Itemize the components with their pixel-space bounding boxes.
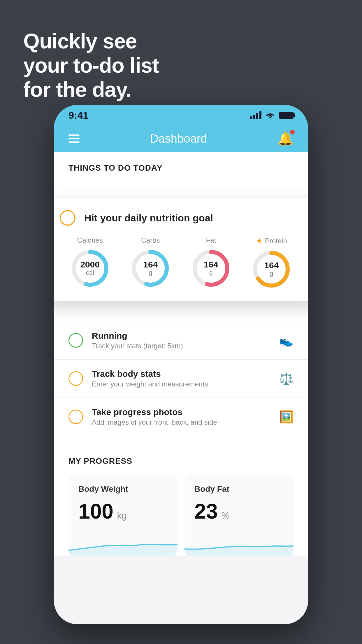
fat-label: Fat	[206, 236, 216, 244]
nutrition-stats: Calories 2000 cal Carbs	[60, 236, 302, 290]
fat-donut: 164 g	[191, 248, 231, 289]
status-bar: 9:41	[54, 105, 308, 125]
body-fat-value-row: 23 %	[194, 501, 284, 522]
running-text: Running Track your stats (target: 5km)	[92, 331, 270, 350]
body-fat-sparkline	[184, 533, 294, 556]
todo-item-running[interactable]: Running Track your stats (target: 5km) 👟	[54, 321, 308, 360]
notification-dot	[290, 130, 295, 134]
star-icon: ★	[256, 236, 263, 245]
calories-label: Calories	[77, 236, 103, 244]
signal-icon	[250, 111, 261, 119]
nav-title: Dashboard	[150, 132, 207, 145]
protein-label: ★ Protein	[256, 236, 287, 245]
body-fat-card[interactable]: Body Fat 23 %	[184, 475, 294, 556]
photos-circle	[68, 410, 83, 424]
body-stats-sub: Enter your weight and measurements	[92, 380, 270, 388]
wifi-icon	[266, 112, 275, 119]
carbs-label: Carbs	[141, 236, 160, 244]
photos-sub: Add images of your front, back, and side	[92, 418, 270, 426]
nutrition-check-circle[interactable]	[60, 210, 75, 226]
nutrition-card: Hit your daily nutrition goal Calories 2…	[54, 198, 308, 301]
running-icon: 👟	[279, 334, 294, 347]
body-weight-unit: kg	[117, 510, 127, 521]
protein-value: 164 g	[264, 261, 279, 277]
menu-button[interactable]	[68, 134, 80, 143]
progress-section: MY PROGRESS Body Weight 100 kg	[54, 442, 308, 556]
photos-title: Take progress photos	[92, 407, 270, 417]
body-stats-title: Track body stats	[92, 369, 270, 379]
hero-text: Quickly see your to-do list for the day.	[23, 29, 159, 102]
protein-donut: 164 g	[251, 249, 292, 290]
running-sub: Track your stats (target: 5km)	[92, 342, 270, 350]
body-weight-card-title: Body Weight	[78, 484, 168, 494]
carbs-value: 164 g	[143, 260, 158, 276]
todo-list: Running Track your stats (target: 5km) 👟…	[54, 321, 308, 436]
svg-point-0	[270, 117, 271, 119]
nutrition-title: Hit your daily nutrition goal	[84, 212, 213, 224]
camera-icon: 🖼️	[279, 410, 294, 424]
stat-protein: ★ Protein 164 g	[251, 236, 292, 290]
running-circle	[68, 333, 83, 348]
calories-donut: 2000 cal	[70, 248, 110, 289]
calories-value: 2000 cal	[80, 260, 100, 276]
fat-value: 164 g	[204, 260, 218, 276]
body-stats-text: Track body stats Enter your weight and m…	[92, 369, 270, 388]
notification-button[interactable]: 🔔	[277, 131, 294, 146]
body-weight-card[interactable]: Body Weight 100 kg	[68, 475, 178, 556]
todo-item-photos[interactable]: Take progress photos Add images of your …	[54, 398, 308, 436]
phone-content: THINGS TO DO TODAY Hit your daily nutrit…	[54, 152, 308, 556]
stat-calories: Calories 2000 cal	[70, 236, 110, 290]
progress-cards: Body Weight 100 kg	[68, 475, 294, 556]
body-weight-value-row: 100 kg	[78, 501, 168, 522]
things-title: THINGS TO DO TODAY	[68, 163, 294, 173]
running-title: Running	[92, 331, 270, 341]
phone-mockup: 9:41 Dashboard 🔔 THINGS TO DO TODAY	[54, 105, 308, 624]
stat-carbs: Carbs 164 g	[130, 236, 171, 290]
status-time: 9:41	[68, 110, 88, 121]
todo-item-body-stats[interactable]: Track body stats Enter your weight and m…	[54, 360, 308, 398]
nutrition-header: Hit your daily nutrition goal	[60, 210, 302, 226]
scale-icon: ⚖️	[279, 372, 294, 386]
photos-text: Take progress photos Add images of your …	[92, 407, 270, 426]
body-fat-unit: %	[222, 510, 230, 521]
body-weight-sparkline	[68, 533, 178, 556]
body-weight-value: 100	[78, 500, 113, 523]
body-fat-value: 23	[194, 500, 218, 523]
carbs-donut: 164 g	[130, 248, 171, 289]
status-icons	[250, 111, 294, 119]
body-stats-circle	[68, 371, 83, 386]
body-fat-card-title: Body Fat	[194, 484, 284, 494]
nav-bar: Dashboard 🔔	[54, 125, 308, 152]
progress-title: MY PROGRESS	[68, 456, 294, 466]
battery-icon	[279, 112, 294, 119]
stat-fat: Fat 164 g	[191, 236, 231, 290]
things-section: THINGS TO DO TODAY	[54, 152, 308, 178]
